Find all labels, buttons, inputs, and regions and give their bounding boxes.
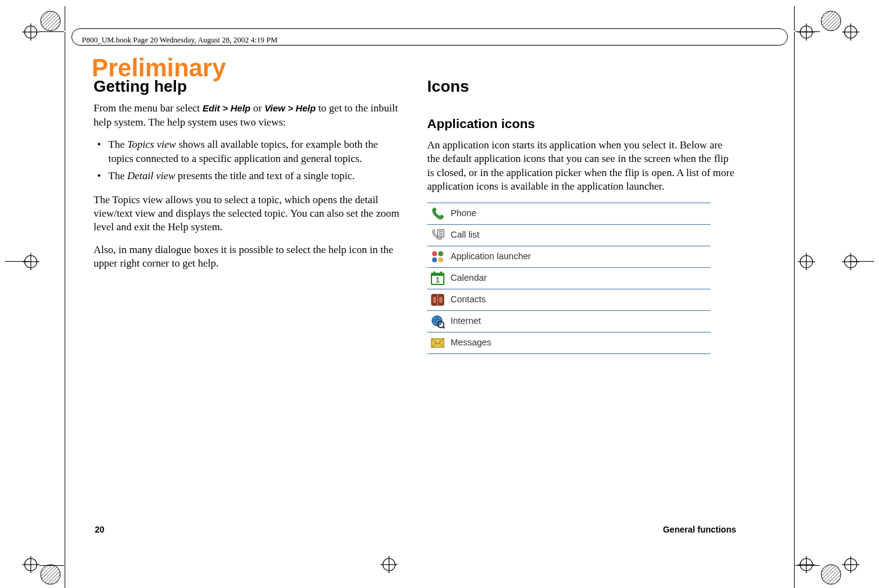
svg-text:1: 1	[436, 276, 440, 284]
label: Call list	[448, 224, 710, 246]
svg-point-34	[821, 565, 841, 584]
calendar-icon: 1	[427, 267, 448, 289]
section-title: General functions	[663, 525, 736, 534]
heading-icons: Icons	[427, 76, 736, 97]
phone-icon	[427, 203, 448, 224]
reg-mark-br2	[842, 556, 859, 573]
contacts-icon	[427, 289, 448, 310]
emphasis-detail-view: Detail view	[127, 170, 175, 182]
para-help-icon: Also, in many dialogue boxes it is possi…	[94, 243, 403, 271]
frame-left	[65, 6, 65, 31]
label: Internet	[448, 310, 710, 332]
internet-icon	[427, 310, 448, 332]
help-views-list: The Topics view shows all available topi…	[94, 138, 403, 183]
svg-point-32	[821, 11, 841, 31]
svg-point-31	[41, 11, 60, 31]
table-row: Phone	[427, 203, 710, 224]
svg-rect-45	[433, 272, 435, 275]
svg-point-52	[432, 316, 442, 326]
label: Phone	[448, 203, 710, 224]
call-list-icon	[427, 224, 448, 246]
label: Messages	[448, 332, 710, 353]
hatched-circle-tr	[820, 10, 842, 32]
right-column: Icons Application icons An application i…	[427, 76, 736, 354]
frame-right-full	[794, 32, 795, 568]
text: presents the title and text of a single …	[175, 170, 355, 182]
table-row: Call list	[427, 224, 710, 246]
label: Application launcher	[448, 246, 710, 267]
left-column: Getting help From the menu bar select Ed…	[94, 76, 403, 280]
para-topics-view: The Topics view allows you to select a t…	[94, 193, 403, 235]
table-row: Contacts	[427, 289, 710, 310]
emphasis-topics-view: Topics view	[127, 139, 176, 150]
list-item: The Detail view presents the title and t…	[94, 169, 403, 183]
svg-point-33	[41, 565, 60, 584]
application-launcher-icon	[427, 246, 448, 267]
frame-left-full	[65, 32, 65, 568]
application-icons-table: Phone Call list Application launcher 1 C…	[427, 203, 710, 354]
reg-mark-mc	[380, 556, 398, 573]
text: From the menu bar select	[94, 102, 203, 114]
svg-point-39	[432, 251, 437, 256]
reg-mark-tl	[22, 23, 39, 41]
reg-mark-bl	[22, 556, 39, 573]
getting-help-intro: From the menu bar select Edit > Help or …	[94, 102, 403, 129]
reg-mark-mr	[798, 253, 815, 270]
svg-point-40	[438, 251, 443, 256]
reg-mark-tr2	[842, 23, 859, 41]
messages-icon	[427, 332, 448, 353]
header-text: P800_UM.book Page 20 Wednesday, August 2…	[82, 36, 278, 45]
heading-getting-help: Getting help	[94, 76, 403, 97]
svg-rect-51	[440, 297, 443, 303]
text: The	[108, 139, 127, 150]
reg-mark-br	[798, 556, 815, 573]
hatched-circle-br	[820, 563, 842, 586]
hatched-circle-bl	[39, 563, 62, 586]
svg-point-42	[438, 257, 443, 262]
frame-right-top	[794, 6, 795, 31]
reg-mark-ml	[22, 253, 39, 270]
svg-point-41	[432, 257, 437, 262]
list-item: The Topics view shows all available topi…	[94, 138, 403, 166]
table-row: Internet	[427, 310, 710, 332]
label: Contacts	[448, 289, 710, 310]
table-row: Messages	[427, 332, 710, 353]
svg-rect-50	[433, 297, 436, 303]
hatched-circle-tl	[39, 10, 62, 32]
table-row: 1 Calendar	[427, 267, 710, 289]
label: Calendar	[448, 267, 710, 289]
menu-path-edit-help: Edit > Help	[203, 103, 251, 113]
svg-line-54	[443, 326, 445, 328]
page-number: 20	[95, 525, 105, 534]
reg-mark-tr	[798, 23, 815, 41]
reg-mark-mr2	[842, 253, 859, 270]
text: The	[108, 170, 127, 182]
menu-path-view-help: View > Help	[265, 103, 316, 113]
subheading-application-icons: Application icons	[427, 115, 736, 132]
application-icons-intro: An application icon starts its applicati…	[427, 139, 736, 194]
text: or	[251, 102, 265, 114]
svg-rect-46	[440, 272, 442, 275]
table-row: Application launcher	[427, 246, 710, 267]
